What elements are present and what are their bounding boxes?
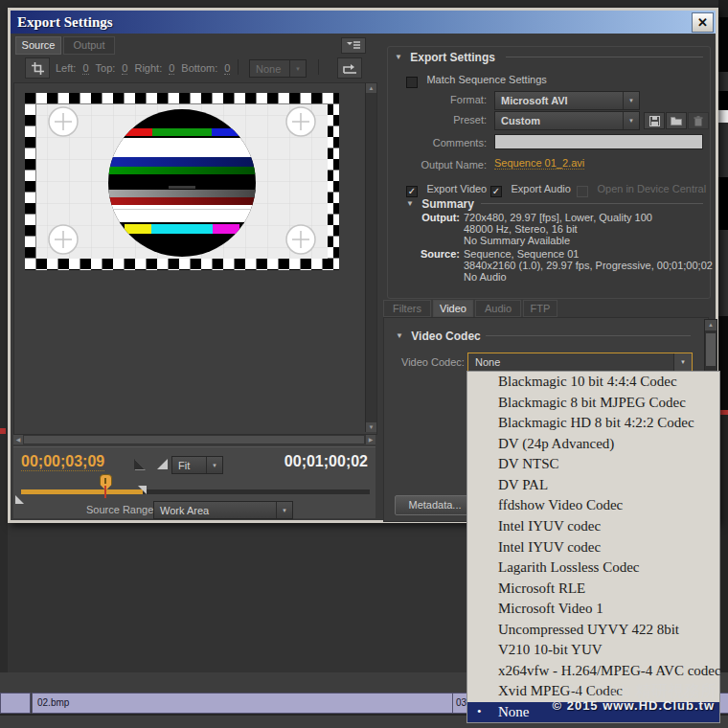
codec-menu-item[interactable]: DV (24p Advanced) <box>467 434 719 455</box>
scroll-down-icon[interactable]: ▼ <box>366 422 376 432</box>
work-area-start-marker[interactable] <box>15 495 24 504</box>
scroll-left-icon[interactable]: ◀ <box>13 435 23 444</box>
codec-menu-item-label: Blackmagic 10 bit 4:4:4 Codec <box>498 374 677 390</box>
tab-audio[interactable]: Audio <box>475 300 521 317</box>
format-dropdown[interactable]: Microsoft AVI ▼ <box>494 91 640 110</box>
codec-menu-item[interactable]: Intel IYUV codec <box>467 536 719 557</box>
codec-menu-item-label: Blackmagic 8 bit MJPEG Codec <box>498 395 686 411</box>
video-codec-header[interactable]: ▼ Video Codec <box>396 330 481 343</box>
video-codec-dropdown[interactable]: None ▼ <box>467 353 693 372</box>
crop-bottom-value[interactable]: 0 <box>224 62 230 75</box>
work-area-bar[interactable] <box>21 489 143 494</box>
collapse-triangle-icon: ▼ <box>395 53 402 61</box>
crop-bottom-label: Bottom: <box>181 62 217 75</box>
scroll-up-icon[interactable]: ▲ <box>705 320 717 330</box>
preset-dropdown[interactable]: Custom ▼ <box>494 111 640 130</box>
preset-value: Custom <box>495 115 623 126</box>
codec-menu: Blackmagic 10 bit 4:4:4 CodecBlackmagic … <box>466 371 720 723</box>
codec-menu-item[interactable]: Uncompressed UYVY 422 8bit <box>467 619 719 640</box>
format-value: Microsoft AVI <box>495 95 623 106</box>
open-device-central-checkbox: ✓ Open in Device Central <box>577 179 706 197</box>
tab-video[interactable]: Video <box>433 300 473 317</box>
import-preset-button[interactable] <box>666 112 687 129</box>
checkbox-checked-icon[interactable]: ✓ <box>406 186 418 197</box>
codec-menu-item[interactable]: ffdshow Video Codec <box>467 495 719 516</box>
preview-horizontal-scrollbar[interactable]: ◀ ▶ <box>13 435 375 444</box>
checkbox-icon: ✓ <box>577 186 588 197</box>
panel-menu-button[interactable] <box>341 37 366 54</box>
source-range-dropdown[interactable]: Work Area ▼ <box>153 501 293 519</box>
codec-menu-item[interactable]: Microsoft RLE <box>467 578 719 599</box>
scrollbar-thumb[interactable] <box>24 436 364 444</box>
source-range-label: Source Range: <box>86 504 156 515</box>
video-codec-value: None <box>468 356 673 368</box>
tab-output[interactable]: Output <box>63 36 115 55</box>
clip-label: 03 <box>456 697 466 708</box>
codec-menu-item-label: V210 10-bit YUV <box>498 642 603 658</box>
export-video-label: Export Video <box>426 183 487 194</box>
codec-menu-item[interactable]: Intel IYUV codec <box>467 516 719 537</box>
tab-source[interactable]: Source <box>15 36 61 55</box>
summary-header[interactable]: ▼ Summary <box>406 197 474 211</box>
scrollbar-thumb[interactable] <box>706 333 716 366</box>
codec-menu-item[interactable]: x264vfw - H.264/MPEG-4 AVC codec <box>467 660 719 681</box>
codec-menu-item-label: Lagarith Lossless Codec <box>498 559 639 576</box>
codec-menu-item-label: Intel IYUV codec <box>498 518 601 535</box>
video-codec-label: Video Codec: <box>401 356 465 368</box>
playhead-line <box>104 486 106 498</box>
set-out-point-icon[interactable] <box>157 459 168 469</box>
match-sequence-checkbox[interactable]: ✓ Match Sequence Settings <box>406 70 547 88</box>
crop-icon <box>32 62 44 75</box>
crop-top-value[interactable]: 0 <box>122 62 127 75</box>
crop-button[interactable] <box>25 57 50 79</box>
export-settings-header-label: Export Settings <box>410 51 495 64</box>
checkbox-icon[interactable]: ✓ <box>406 77 418 88</box>
scroll-right-icon[interactable]: ▶ <box>366 435 375 444</box>
codec-menu-item[interactable]: Blackmagic 10 bit 4:4:4 Codec <box>467 372 719 393</box>
crop-settings: Left: 0 Top: 0 Right: 0 Bottom: 0 <box>56 62 230 75</box>
export-settings-header[interactable]: ▼ Export Settings <box>395 51 495 64</box>
codec-menu-item[interactable]: Blackmagic HD 8 bit 4:2:2 Codec <box>467 413 719 434</box>
save-preset-button[interactable] <box>644 112 665 129</box>
checkbox-checked-icon[interactable]: ✓ <box>490 186 502 197</box>
set-in-point-icon[interactable] <box>134 459 145 469</box>
metadata-button[interactable]: Metadata... <box>395 495 475 515</box>
crop-left-value[interactable]: 0 <box>82 62 88 75</box>
preview-vertical-scrollbar[interactable]: ▲ ▼ <box>365 83 376 432</box>
crop-right-value[interactable]: 0 <box>169 62 174 75</box>
crop-aspect-dropdown[interactable]: None ▼ <box>249 59 307 78</box>
timeline-clip: 02.bmp <box>32 693 457 714</box>
codec-menu-item-label: DV (24p Advanced) <box>498 436 614 452</box>
codec-menu-item[interactable]: DV PAL <box>467 475 719 496</box>
overlay-settings-button[interactable] <box>337 57 362 79</box>
output-name-link[interactable]: Sequence 01_2.avi <box>494 157 584 170</box>
export-audio-checkbox[interactable]: ✓ Export Audio <box>490 179 571 197</box>
codec-menu-item[interactable]: Microsoft Video 1 <box>467 599 719 620</box>
delete-preset-button[interactable] <box>688 112 709 129</box>
collapse-triangle-icon: ▼ <box>406 199 414 208</box>
work-area-end-marker[interactable] <box>138 486 147 494</box>
zoom-level-dropdown[interactable]: Fit ▼ <box>171 456 223 474</box>
timeline-clip-fragment <box>0 693 31 714</box>
comments-input[interactable] <box>494 134 703 149</box>
background-strip-top <box>0 0 728 8</box>
codec-menu-item-label: DV NTSC <box>498 456 559 472</box>
export-video-checkbox[interactable]: ✓ Export Video <box>406 179 487 197</box>
preset-label: Preset: <box>387 114 487 125</box>
summary-output-line2: 48000 Hz, Stereo, 16 bit <box>464 223 578 235</box>
toolbar-separator <box>238 59 239 75</box>
codec-menu-item[interactable]: Blackmagic 8 bit MJPEG Codec <box>467 393 719 414</box>
codec-menu-item[interactable]: V210 10-bit YUV <box>467 640 719 661</box>
codec-menu-item-label: Uncompressed UYVY 422 8bit <box>498 622 679 638</box>
current-timecode[interactable]: 00;00;03;09 <box>21 453 104 471</box>
codec-menu-item[interactable]: DV NTSC <box>467 454 719 475</box>
crop-right-label: Right: <box>134 62 162 75</box>
tab-ftp[interactable]: FTP <box>523 300 557 317</box>
tab-filters[interactable]: Filters <box>383 300 431 317</box>
codec-menu-item[interactable]: Lagarith Lossless Codec <box>467 557 719 579</box>
screen: 02.bmp 03 Export Settings ✕ Source Outpu… <box>0 0 728 728</box>
close-button[interactable]: ✕ <box>692 12 714 33</box>
summary-output-line3: No Summary Available <box>464 235 570 246</box>
dialog-titlebar[interactable]: Export Settings <box>11 11 716 34</box>
scroll-up-icon[interactable]: ▲ <box>366 83 376 93</box>
